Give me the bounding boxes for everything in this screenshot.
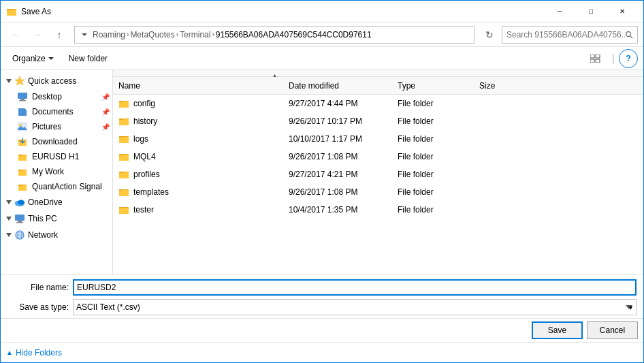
network-label: Network <box>28 230 58 240</box>
dialog-buttons: Save Cancel <box>1 318 643 342</box>
svg-point-20 <box>19 124 22 127</box>
breadcrumb-part: MetaQuotes <box>130 30 174 40</box>
svg-rect-26 <box>18 155 27 161</box>
sidebar-item-pictures[interactable]: Pictures 📌 <box>1 119 112 134</box>
pictures-icon <box>17 121 28 132</box>
maximize-button[interactable]: □ <box>575 1 607 22</box>
desktop-icon <box>17 91 28 102</box>
col-type-header[interactable]: Type <box>398 81 479 91</box>
folder-icon <box>17 151 28 162</box>
refresh-button[interactable]: ↻ <box>480 25 499 44</box>
filetype-row: Save as type: ASCII Text (*.csv) CSV (*.… <box>7 299 637 315</box>
folder-icon <box>118 169 129 180</box>
folder-icon <box>118 133 129 144</box>
pin-icon: 📌 <box>101 123 110 131</box>
sidebar-item-downloaded[interactable]: Downloaded <box>1 134 112 149</box>
filename-input[interactable] <box>73 279 637 296</box>
svg-rect-65 <box>119 189 123 191</box>
view-button[interactable] <box>583 49 608 68</box>
svg-rect-16 <box>18 108 25 116</box>
svg-rect-56 <box>119 136 123 138</box>
quick-access-label: Quick access <box>28 76 76 86</box>
close-button[interactable]: ✕ <box>607 1 638 22</box>
table-row[interactable]: profiles 9/27/2017 4:21 PM File folder <box>113 165 643 183</box>
table-row[interactable]: tester 10/4/2017 1:35 PM File folder <box>113 201 643 219</box>
sidebar-section-onedrive[interactable]: OneDrive <box>1 194 112 210</box>
svg-rect-39 <box>15 215 25 221</box>
minimize-button[interactable]: ─ <box>544 1 575 22</box>
svg-marker-3 <box>82 33 87 36</box>
sidebar-section-quick-access[interactable]: Quick access <box>1 73 112 89</box>
filename-row: File name: <box>7 279 637 296</box>
pin-icon: 📌 <box>101 108 110 116</box>
svg-marker-38 <box>6 217 12 221</box>
file-list: ▲ Name Date modified Type Size confi <box>113 70 643 274</box>
organize-button[interactable]: Organize <box>6 50 60 67</box>
hide-folders-label: Hide Folders <box>16 348 62 358</box>
sidebar-item-eurusd[interactable]: EURUSD H1 <box>1 149 112 164</box>
sidebar-section-thispc[interactable]: This PC <box>1 210 112 227</box>
svg-rect-18 <box>25 110 27 116</box>
sidebar-section-network[interactable]: Network <box>1 227 112 243</box>
sidebar-item-desktop[interactable]: Desktop 📌 <box>1 89 112 104</box>
documents-label: Documents <box>32 107 101 116</box>
expand-icon <box>6 232 12 238</box>
col-name-header[interactable]: Name <box>118 81 289 91</box>
table-row[interactable]: config 9/27/2017 4:44 PM File folder <box>113 95 643 112</box>
sidebar-item-mywork[interactable]: My Work <box>1 164 112 179</box>
svg-rect-24 <box>18 140 22 141</box>
new-folder-button[interactable]: New folder <box>63 50 114 67</box>
svg-rect-49 <box>119 101 129 108</box>
computer-icon <box>14 213 25 224</box>
sidebar-item-quantaction[interactable]: QuantAction Signal <box>1 179 112 194</box>
help-button[interactable]: ? <box>619 49 638 68</box>
svg-point-37 <box>18 200 25 205</box>
back-button[interactable]: ← <box>6 25 25 44</box>
svg-marker-11 <box>6 79 12 83</box>
folder-icon <box>118 204 129 215</box>
cancel-button[interactable]: Cancel <box>587 321 638 339</box>
svg-rect-2 <box>7 9 11 10</box>
svg-rect-27 <box>18 155 22 156</box>
table-row[interactable]: history 9/26/2017 10:17 PM File folder <box>113 112 643 130</box>
search-input[interactable] <box>506 30 625 40</box>
svg-rect-10 <box>596 59 600 63</box>
breadcrumb-bar[interactable]: Roaming › MetaQuotes › Terminal › 915566… <box>74 26 474 44</box>
sidebar-item-documents[interactable]: Documents 📌 <box>1 104 112 119</box>
svg-point-4 <box>626 31 631 36</box>
onedrive-label: OneDrive <box>28 198 63 207</box>
sidebar: Quick access Desktop 📌 <box>1 70 113 274</box>
filetype-select[interactable]: ASCII Text (*.csv) CSV (*.csv) Text (*.t… <box>73 299 637 315</box>
expand-icon <box>6 200 12 205</box>
svg-marker-34 <box>6 200 12 204</box>
save-button[interactable]: Save <box>532 321 583 339</box>
table-row[interactable]: MQL4 9/26/2017 1:08 PM File folder <box>113 148 643 165</box>
table-row[interactable]: templates 9/26/2017 1:08 PM File folder <box>113 183 643 201</box>
svg-rect-61 <box>119 172 129 178</box>
hide-folders-arrow: ▲ <box>6 349 13 356</box>
folder-icon <box>17 166 28 177</box>
folder-icon <box>118 151 129 162</box>
breadcrumb-part: Terminal <box>180 30 210 40</box>
svg-rect-13 <box>18 93 27 99</box>
forward-button[interactable]: → <box>28 25 47 44</box>
main-content: Quick access Desktop 📌 <box>1 70 643 274</box>
svg-rect-50 <box>119 101 123 102</box>
folder-icon <box>118 98 129 109</box>
up-button[interactable]: ↑ <box>50 25 69 44</box>
col-date-header[interactable]: Date modified <box>289 81 398 91</box>
file-list-header: Name Date modified Type Size <box>113 77 643 95</box>
hide-folders-bar[interactable]: ▲ Hide Folders <box>1 342 643 362</box>
svg-rect-41 <box>16 222 23 223</box>
quantaction-label: QuantAction Signal <box>32 182 107 191</box>
folder-icon <box>17 181 28 192</box>
table-row[interactable]: logs 10/10/2017 1:17 PM File folder <box>113 130 643 148</box>
svg-rect-14 <box>20 99 25 100</box>
svg-rect-59 <box>119 154 123 155</box>
svg-rect-52 <box>119 119 129 125</box>
mywork-label: My Work <box>32 167 107 176</box>
action-bar: Organize New folder | ? <box>1 47 643 70</box>
svg-rect-53 <box>119 119 123 120</box>
col-size-header[interactable]: Size <box>479 81 534 91</box>
breadcrumb-dropdown[interactable] <box>79 27 90 43</box>
